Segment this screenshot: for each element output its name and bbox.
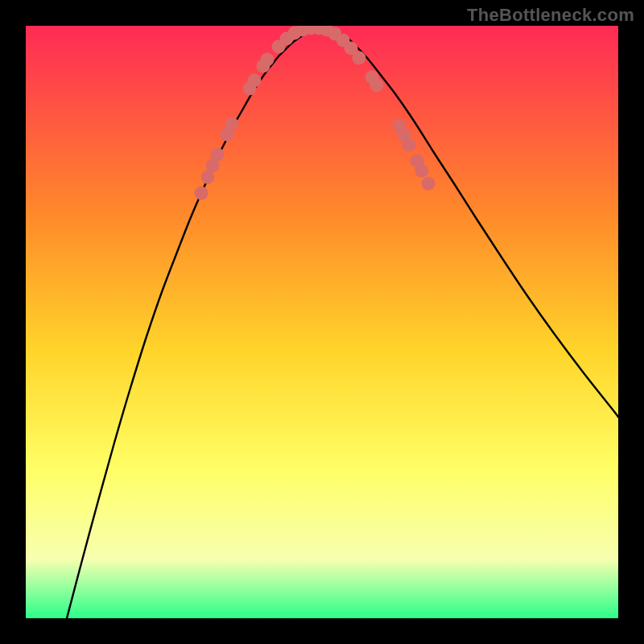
watermark-text: TheBottleneck.com [467, 5, 634, 26]
marker-dot [402, 138, 416, 152]
plot-area [26, 26, 618, 618]
chart-outer-frame: TheBottleneck.com [0, 0, 644, 644]
marker-dot [248, 74, 262, 88]
marker-dot [415, 164, 429, 178]
marker-dot [195, 187, 208, 200]
marker-dot [225, 118, 239, 131]
marker-dot [422, 177, 436, 191]
bottleneck-chart [26, 26, 618, 618]
marker-dot [211, 148, 225, 162]
gradient-background [26, 26, 618, 618]
marker-dot [261, 53, 275, 67]
marker-dot [370, 79, 384, 93]
marker-dot [353, 52, 366, 65]
